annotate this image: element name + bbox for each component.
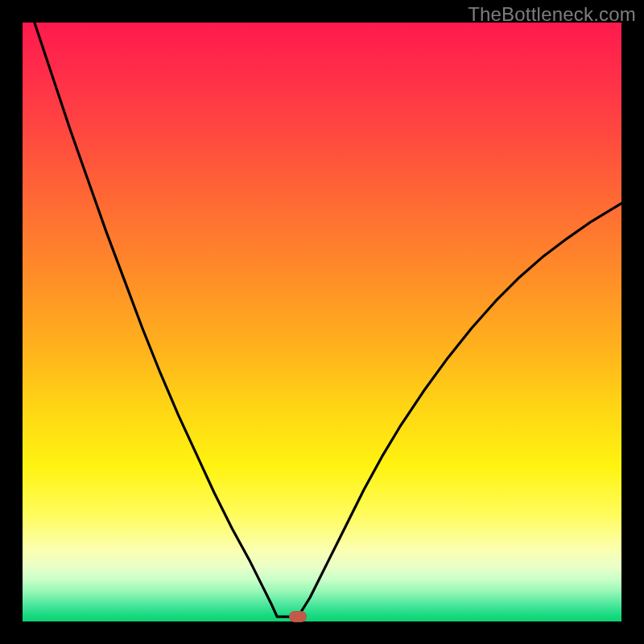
- chart-frame: TheBottleneck.com: [0, 0, 644, 644]
- bottleneck-curve: [23, 23, 621, 621]
- plot-area: [23, 23, 621, 621]
- curve-path: [35, 23, 621, 617]
- watermark-text: TheBottleneck.com: [468, 3, 636, 26]
- optimum-marker: [289, 611, 307, 622]
